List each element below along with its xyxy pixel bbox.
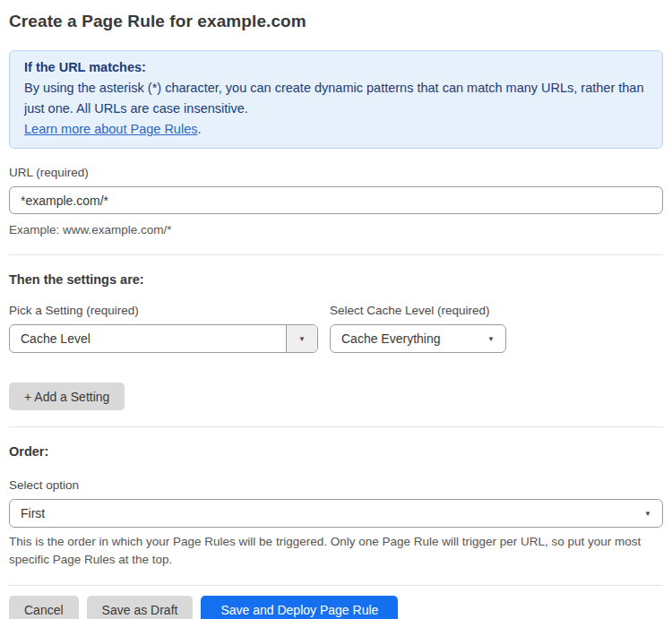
cache-level-column: Select Cache Level (required) Cache Ever… [330,304,506,353]
cache-level-label: Select Cache Level (required) [330,304,506,317]
cache-level-value: Cache Everything [331,331,482,346]
setting-picker-label: Pick a Setting (required) [9,304,318,317]
form-actions: Cancel Save as Draft Save and Deploy Pag… [9,596,663,619]
settings-section-heading: Then the settings are: [9,272,663,287]
url-input[interactable] [9,186,663,214]
setting-picker-dropdown[interactable]: Cache Level ▼ [9,324,318,353]
info-box-body: By using the asterisk (*) character, you… [24,78,648,119]
setting-picker-column: Pick a Setting (required) Cache Level ▼ [9,304,318,353]
order-section-heading: Order: [9,444,663,459]
create-page-rule-form: Create a Page Rule for example.com If th… [0,0,672,619]
url-example-helper: Example: www.example.com/* [9,221,663,238]
save-as-draft-button[interactable]: Save as Draft [87,596,194,619]
settings-row: Pick a Setting (required) Cache Level ▼ … [9,304,663,353]
page-title: Create a Page Rule for example.com [9,12,663,31]
order-dropdown-value: First [10,506,639,520]
save-and-deploy-button[interactable]: Save and Deploy Page Rule [201,596,398,619]
url-field-label: URL (required) [9,166,663,179]
cache-level-dropdown[interactable]: Cache Everything ▼ [330,324,506,353]
order-dropdown[interactable]: First ▼ [9,499,663,528]
cancel-button[interactable]: Cancel [9,596,79,619]
chevron-down-icon[interactable]: ▼ [286,325,317,352]
info-box-link-line: Learn more about Page Rules. [24,119,648,140]
learn-more-link[interactable]: Learn more about Page Rules [24,122,197,136]
link-period: . [197,122,201,136]
info-box-heading: If the URL matches: [24,57,648,78]
url-match-info-box: If the URL matches: By using the asteris… [9,50,663,149]
chevron-down-icon: ▼ [639,510,662,518]
divider [9,585,663,586]
order-select-label: Select option [9,478,663,492]
order-helper-text: This is the order in which your Page Rul… [9,533,663,569]
add-setting-button[interactable]: + Add a Setting [9,383,125,410]
divider [9,426,663,427]
order-block: Select option First ▼ This is the order … [9,478,663,569]
divider [9,254,663,255]
chevron-down-icon: ▼ [482,335,505,343]
setting-picker-value: Cache Level [10,331,286,346]
